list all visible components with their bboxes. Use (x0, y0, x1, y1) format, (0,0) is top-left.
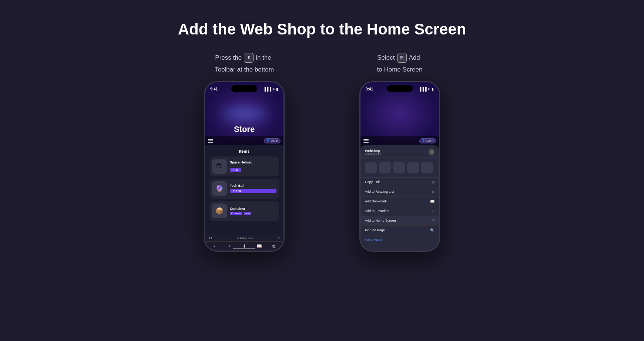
share-header: Webshop webshop.com ✕ (360, 145, 439, 158)
menu-item-find[interactable]: Find on Page 🔍 (360, 226, 439, 235)
aa-text: AA (209, 237, 212, 239)
tabs-button[interactable]: ⧉ (269, 244, 278, 249)
status-icons-2: ▐▐▐ ≈ ▮ (419, 87, 434, 91)
login-button-2[interactable]: 👤 Log in (419, 138, 436, 143)
plus-icon-1: + (233, 169, 234, 171)
bookmarks-button[interactable]: 📖 (255, 244, 264, 249)
dynamic-island-1 (231, 85, 257, 92)
edit-actions[interactable]: Edit Actions... (360, 235, 439, 245)
reading-list-label: Add to Reading List (365, 190, 394, 193)
share-close-button[interactable]: ✕ (429, 149, 435, 155)
items-heading: Items (209, 149, 279, 153)
product-card-1: ⛑ Space Helmet + 10 (209, 156, 279, 176)
product-thumb-1: ⛑ (212, 159, 227, 174)
time-2: 9:41 (366, 87, 373, 91)
wifi-icon: ≈ (273, 87, 275, 91)
browser-nav: ‹ › ⬆ 📖 ⧉ (205, 242, 284, 251)
home-screen-label: Add to Home Screen (365, 219, 396, 222)
url-bar: AA webshop.com ↻ (205, 235, 284, 242)
phones-container: Press the ⬆ in the Toolbar at the bottom… (200, 53, 444, 252)
step1-label: Press the ⬆ in the Toolbar at the bottom (200, 53, 289, 75)
person-icon-2: 👤 (422, 139, 425, 142)
product-btn-1[interactable]: + 10 (230, 168, 241, 172)
favorites-icon: ☆ (431, 209, 435, 213)
product-btn-2[interactable]: $18.90 (230, 189, 276, 193)
product-card-3: 📦 Container ⏱ 1d 09h 50% (209, 201, 279, 221)
copy-link-icon: ⎘ (432, 180, 435, 184)
menu-item-home-screen[interactable]: Add to Home Screen ⊞ (360, 216, 439, 226)
bookmark-label: Add Bookmark (365, 199, 387, 203)
back-button[interactable]: ‹ (210, 244, 219, 249)
share-icon-inline: ⬆ (244, 53, 254, 63)
step2-text-part1: Select (377, 53, 395, 63)
menu-item-copy-link[interactable]: Copy Link ⎘ (360, 178, 439, 187)
product-name-3: Container (230, 207, 276, 211)
share-app-icon-1[interactable] (365, 162, 377, 173)
menu-item-bookmark[interactable]: Add Bookmark 📖 (360, 197, 439, 206)
signal-icon: ▐▐▐ (263, 87, 271, 91)
discount-badge: 50% (244, 212, 251, 215)
home-indicator-1 (233, 248, 255, 249)
person-icon: 👤 (266, 139, 270, 142)
wifi-icon-2: ≈ (428, 87, 430, 91)
product-info-2: Tech Ball $18.90 (230, 184, 276, 193)
phone1: 9:41 ▐▐▐ ≈ ▮ (204, 81, 285, 252)
share-sheet: Webshop webshop.com ✕ Copy Link ⎘ (360, 145, 439, 251)
find-label: Find on Page (365, 228, 385, 232)
product-thumb-2: 🔮 (212, 181, 227, 196)
share-site-info: Webshop webshop.com (365, 149, 381, 155)
edit-actions-label: Edit Actions... (365, 238, 385, 242)
step2-label: Select ⊞ Add to Home Screen (355, 53, 444, 75)
product-count-1: 10 (235, 169, 238, 171)
menu-item-reading-list[interactable]: Add to Reading List ∞ (360, 187, 439, 197)
step1-section: Press the ⬆ in the Toolbar at the bottom… (200, 53, 289, 252)
hero-glow (222, 106, 266, 121)
bookmark-icon: 📖 (430, 199, 435, 203)
page-title: Add the Web Shop to the Home Screen (178, 20, 466, 38)
store-title: Store (205, 125, 284, 134)
login-button-1[interactable]: 👤 Log in (264, 138, 281, 143)
menu-item-favorites[interactable]: Add to Favorites ☆ (360, 206, 439, 216)
dynamic-island-2 (387, 85, 413, 92)
phone2: 9:41 ▐▐▐ ≈ ▮ 👤 Lo (359, 81, 440, 252)
favorites-label: Add to Favorites (365, 209, 389, 213)
product-info-3: Container ⏱ 1d 09h 50% (230, 207, 276, 215)
product-thumb-3: 📦 (212, 203, 227, 218)
login-label-2: Log in (426, 139, 433, 142)
step1-text-part2: in the (256, 53, 271, 63)
home-screen-icon: ⊞ (432, 219, 435, 223)
hamburger-icon (208, 139, 213, 143)
share-icons-row (360, 158, 439, 178)
copy-link-label: Copy Link (365, 180, 380, 184)
battery-icon-2: ▮ (432, 87, 434, 91)
product-name-1: Space Helmet (230, 160, 276, 164)
share-app-icon-3[interactable] (393, 162, 405, 173)
url-text: webshop.com (237, 237, 253, 239)
step2-text-part2: Add (409, 53, 420, 63)
share-app-icon-4[interactable] (407, 162, 419, 173)
status-icons-1: ▐▐▐ ≈ ▮ (263, 87, 278, 91)
product-name-2: Tech Ball (230, 184, 276, 188)
step2-text-part3: to Home Screen (377, 65, 423, 75)
share-app-icon-2[interactable] (379, 162, 391, 173)
forward-button[interactable]: › (225, 244, 234, 249)
login-label-1: Log in (271, 139, 278, 142)
timer-badge: ⏱ 1d 09h (230, 212, 242, 215)
step1-text-part1: Press the (215, 53, 242, 63)
product-info-1: Space Helmet + 10 (230, 160, 276, 172)
step1-text-part3: Toolbar at the bottom (215, 65, 274, 75)
reading-list-icon: ∞ (432, 190, 435, 194)
share-site-url: webshop.com (365, 153, 381, 155)
browser-bar-top: 👤 Log in (205, 136, 284, 145)
step2-section: Select ⊞ Add to Home Screen 9:41 ▐▐▐ ≈ ▮ (355, 53, 444, 252)
signal-icon-2: ▐▐▐ (419, 87, 426, 91)
browser-bar-top-2: 👤 Log in (360, 136, 439, 145)
find-icon: 🔍 (430, 228, 435, 232)
phone1-content: 9:41 ▐▐▐ ≈ ▮ (205, 82, 284, 251)
product-card-2: 🔮 Tech Ball $18.90 (209, 179, 279, 199)
hamburger-icon-2 (363, 139, 369, 143)
refresh-icon[interactable]: ↻ (278, 237, 280, 240)
share-app-icon-5[interactable] (421, 162, 433, 173)
time-1: 9:41 (210, 87, 218, 91)
share-site-name: Webshop (365, 149, 381, 153)
